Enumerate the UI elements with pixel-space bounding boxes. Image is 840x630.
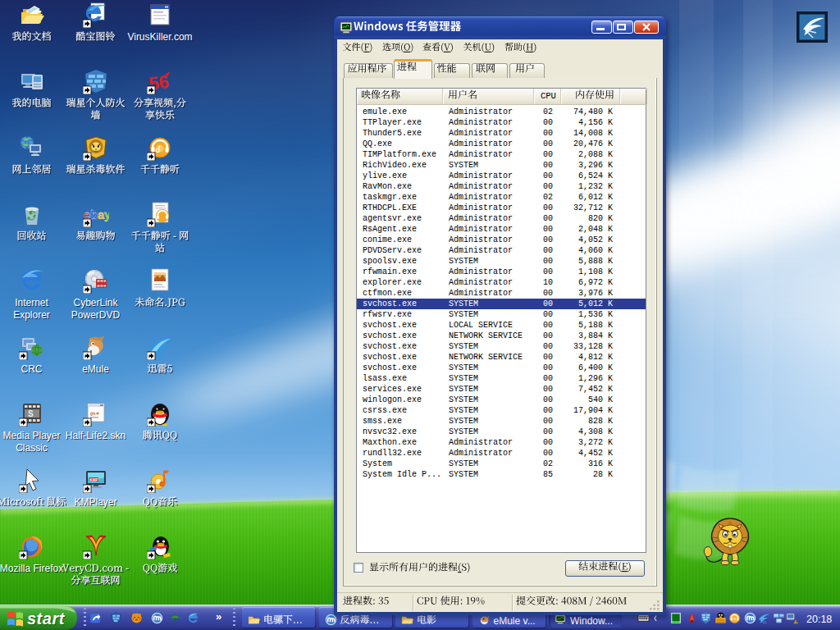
svg-text:S: S — [28, 409, 34, 418]
svg-text:start: start — [27, 609, 66, 628]
svg-text:@k#: @k# — [90, 411, 99, 417]
svg-text:KMP: KMP — [89, 478, 98, 482]
